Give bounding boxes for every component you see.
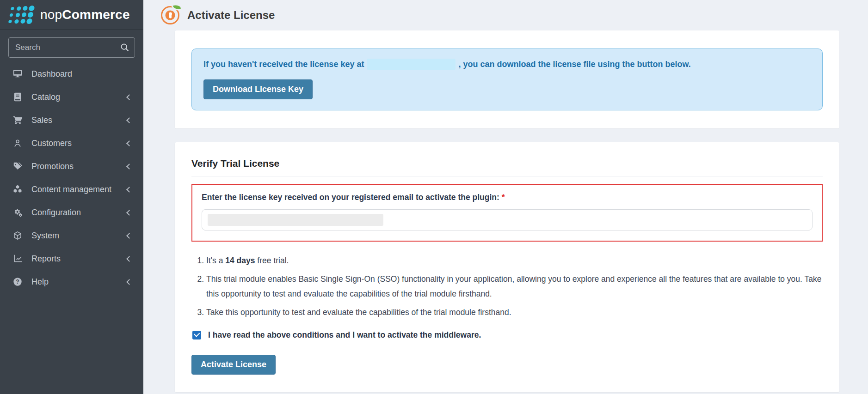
trial-note-2: This trial module enables Basic Single S… [206, 272, 823, 302]
sidebar-item-label: System [31, 231, 127, 241]
activate-license-button[interactable]: Activate License [191, 355, 276, 375]
sidebar-item-content-management[interactable]: Content management [0, 178, 143, 201]
main-content: Activate License If you haven't received… [143, 0, 868, 394]
sidebar-menu: Dashboard Catalog Sales Customers Promot… [0, 62, 143, 293]
license-key-input[interactable] [202, 209, 813, 230]
brand-name: nopCommerce [40, 7, 130, 22]
sidebar-item-label: Configuration [31, 208, 127, 218]
svg-text:?: ? [16, 279, 19, 285]
sidebar: nopCommerce Dashboard Catalog Sales Cust… [0, 0, 143, 394]
sidebar-item-label: Sales [31, 115, 127, 125]
chevron-left-icon [126, 279, 132, 285]
sidebar-item-system[interactable]: System [0, 224, 143, 247]
license-key-label-text: Enter the license key received on your r… [202, 193, 499, 202]
license-key-highlight-box: Enter the license key received on your r… [191, 184, 823, 242]
tags-icon [12, 161, 23, 172]
chevron-left-icon [126, 164, 132, 170]
brand-logo[interactable]: nopCommerce [0, 0, 143, 30]
chevron-left-icon [126, 117, 132, 123]
trial-note-1: It's a 14 days free trial. [206, 254, 823, 268]
orange-keyhole-icon [161, 6, 179, 24]
chevron-left-icon [126, 233, 132, 239]
dot-grid-logo-icon [6, 6, 35, 24]
brand-name-bold: Commerce [62, 7, 129, 22]
terms-row: I have read the above conditions and I w… [191, 330, 823, 340]
alert-text-part3: using the button below. [596, 60, 691, 69]
trial-note-3: Take this opportunity to test and evalua… [206, 305, 823, 320]
page-header: Activate License [143, 0, 868, 30]
cubes-icon [12, 184, 23, 195]
sidebar-item-label: Catalog [31, 92, 127, 102]
note-text: It's a [206, 256, 225, 265]
download-license-panel: If you haven't received the license key … [175, 30, 839, 128]
search-input[interactable] [9, 38, 135, 57]
question-circle-icon: ? [12, 276, 23, 287]
sidebar-search [8, 37, 135, 58]
download-license-key-button[interactable]: Download License Key [203, 79, 313, 99]
alert-text-part1: If you haven't received the license key … [203, 60, 364, 69]
terms-checkbox-label[interactable]: I have read the above conditions and I w… [208, 330, 481, 340]
sidebar-item-label: Reports [31, 254, 127, 264]
chevron-left-icon [126, 210, 132, 216]
info-alert: If you haven't received the license key … [191, 48, 823, 110]
chevron-left-icon [126, 140, 132, 146]
page-title: Activate License [187, 9, 275, 22]
search-icon[interactable] [120, 42, 130, 53]
redacted-license-key-chip [208, 214, 383, 226]
user-icon [12, 138, 23, 149]
cube-icon [12, 230, 23, 241]
verify-trial-license-panel: Verify Trial License Enter the license k… [175, 142, 839, 392]
sidebar-item-configuration[interactable]: Configuration [0, 201, 143, 224]
cart-icon [12, 115, 23, 126]
required-marker: * [502, 193, 505, 202]
sidebar-item-customers[interactable]: Customers [0, 132, 143, 155]
sidebar-item-catalog[interactable]: Catalog [0, 85, 143, 109]
gears-icon [12, 207, 23, 218]
note-text: free trial. [255, 256, 289, 265]
alert-text: If you haven't received the license key … [203, 59, 811, 71]
sidebar-item-label: Help [31, 277, 127, 287]
chart-line-icon [12, 253, 23, 264]
redacted-email-chip [367, 59, 456, 70]
note-text: Take this opportunity to test and evalua… [206, 308, 511, 317]
alert-text-bold: download the license file [497, 60, 595, 69]
sidebar-item-help[interactable]: ? Help [0, 270, 143, 293]
sidebar-item-reports[interactable]: Reports [0, 247, 143, 270]
chevron-left-icon [126, 187, 132, 193]
terms-checkbox[interactable] [192, 331, 201, 339]
license-key-label: Enter the license key received on your r… [202, 193, 813, 202]
sidebar-item-label: Promotions [31, 162, 127, 171]
chevron-left-icon [126, 94, 132, 100]
alert-text-part2: , you can [458, 60, 497, 69]
note-bold-text: 14 days [225, 256, 255, 265]
sidebar-item-label: Content management [31, 185, 127, 194]
sidebar-item-dashboard[interactable]: Dashboard [0, 62, 143, 85]
trial-notes-list: It's a 14 days free trial. This trial mo… [191, 254, 823, 320]
sidebar-item-label: Dashboard [31, 69, 132, 79]
dashboard-icon [12, 68, 23, 79]
book-icon [12, 91, 23, 103]
sidebar-item-sales[interactable]: Sales [0, 109, 143, 132]
chevron-left-icon [126, 256, 132, 262]
sidebar-item-label: Customers [31, 139, 127, 148]
note-text: This trial module enables Basic Single S… [206, 274, 821, 298]
panel-heading: Verify Trial License [191, 158, 823, 176]
brand-name-regular: nop [40, 7, 62, 22]
sidebar-item-promotions[interactable]: Promotions [0, 155, 143, 178]
